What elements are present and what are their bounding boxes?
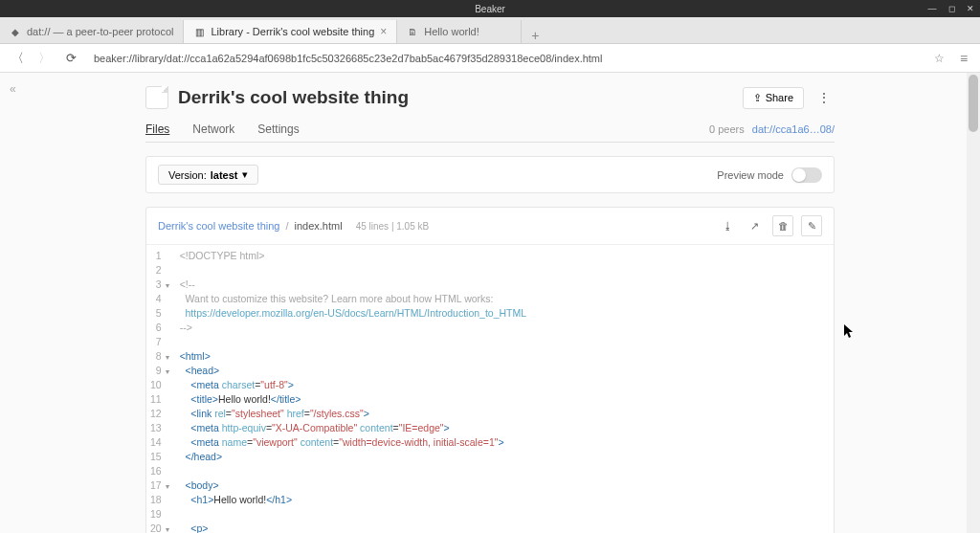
share-icon: ⇪ (753, 92, 762, 104)
window-title: Beaker (475, 4, 505, 14)
tab-label: Hello world! (424, 26, 511, 37)
version-dropdown[interactable]: Version: latest ▾ (158, 165, 258, 185)
page-favicon-icon: 🗎 (407, 26, 418, 37)
version-label: Version: (168, 169, 207, 181)
code-body[interactable]: <!DOCTYPE html> <!-- Want to customize t… (180, 245, 664, 533)
page-content: « Derrik's cool website thing ⇪ Share ⋮ … (0, 73, 980, 533)
preview-mode-toggle[interactable] (791, 167, 822, 183)
window-controls: — ◻ ✕ (926, 4, 976, 13)
site-file-icon (145, 86, 168, 109)
dat-url-link[interactable]: dat://cca1a6…08/ (752, 123, 835, 135)
breadcrumb-root[interactable]: Derrik's cool website thing (158, 220, 279, 232)
tab-library[interactable]: ▥ Library - Derrik's cool website thing … (184, 20, 397, 43)
bookmark-star-icon[interactable]: ☆ (928, 52, 949, 65)
open-external-icon[interactable]: ↗ (744, 215, 765, 236)
download-file-icon[interactable]: ⭳ (717, 215, 738, 236)
delete-file-icon[interactable]: 🗑 (772, 215, 793, 236)
scrollbar-track[interactable] (967, 73, 980, 533)
tab-files[interactable]: Files (145, 117, 169, 142)
library-favicon-icon: ▥ (193, 26, 205, 37)
tab-close-icon[interactable]: × (380, 25, 387, 38)
file-panel: Derrik's cool website thing / index.html… (145, 207, 835, 533)
browser-tabs: ◆ dat:// — a peer-to-peer protocol ▥ Lib… (0, 17, 980, 44)
new-tab-button[interactable]: + (522, 28, 548, 43)
version-toolbar: Version: latest ▾ Preview mode (145, 156, 835, 193)
hamburger-menu-icon[interactable]: ≡ (953, 51, 974, 66)
page-title: Derrik's cool website thing (178, 87, 743, 108)
chevron-down-icon: ▾ (242, 168, 248, 181)
forward-button[interactable]: 〉 (33, 47, 56, 70)
dat-header: Derrik's cool website thing ⇪ Share ⋮ (145, 80, 835, 117)
tab-dat-protocol[interactable]: ◆ dat:// — a peer-to-peer protocol (0, 20, 184, 43)
file-meta: 45 lines | 1.05 kB (356, 221, 430, 232)
maximize-icon[interactable]: ◻ (946, 4, 957, 13)
tab-hello-world[interactable]: 🗎 Hello world! (397, 20, 522, 43)
address-input[interactable] (86, 48, 924, 69)
minimize-icon[interactable]: — (926, 4, 938, 13)
file-breadcrumb-bar: Derrik's cool website thing / index.html… (146, 208, 834, 245)
more-options-icon[interactable]: ⋮ (813, 86, 835, 109)
tab-settings[interactable]: Settings (257, 117, 299, 142)
tab-network[interactable]: Network (192, 117, 234, 142)
close-icon[interactable]: ✕ (965, 4, 976, 13)
expand-sidebar-icon[interactable]: « (10, 82, 16, 96)
back-button[interactable]: 〈 (6, 47, 29, 70)
url-bar: 〈 〉 ⟳ ☆ ≡ (0, 44, 980, 73)
tab-label: Library - Derrik's cool website thing (211, 26, 374, 37)
share-button[interactable]: ⇪ Share (743, 87, 804, 109)
peers-count: 0 peers (709, 123, 745, 135)
breadcrumb-current: index.html (295, 220, 343, 232)
preview-mode-label: Preview mode (717, 169, 784, 181)
breadcrumb-sep: / (285, 220, 288, 232)
tab-label: dat:// — a peer-to-peer protocol (27, 26, 173, 37)
scrollbar-thumb[interactable] (969, 75, 978, 132)
share-label: Share (766, 92, 793, 103)
line-gutter: 123▾45678▾9▾1011121314151617▾181920▾2122… (146, 245, 180, 533)
reload-button[interactable]: ⟳ (59, 47, 82, 70)
dat-favicon-icon: ◆ (10, 26, 21, 37)
section-tabs: Files Network Settings 0 peers dat://cca… (145, 117, 835, 143)
mouse-cursor-icon (844, 324, 856, 340)
edit-file-icon[interactable]: ✎ (801, 215, 822, 236)
code-viewer[interactable]: 123▾45678▾9▾1011121314151617▾181920▾2122… (146, 245, 834, 533)
version-value: latest (211, 169, 238, 181)
window-titlebar: Beaker — ◻ ✕ (0, 0, 980, 17)
